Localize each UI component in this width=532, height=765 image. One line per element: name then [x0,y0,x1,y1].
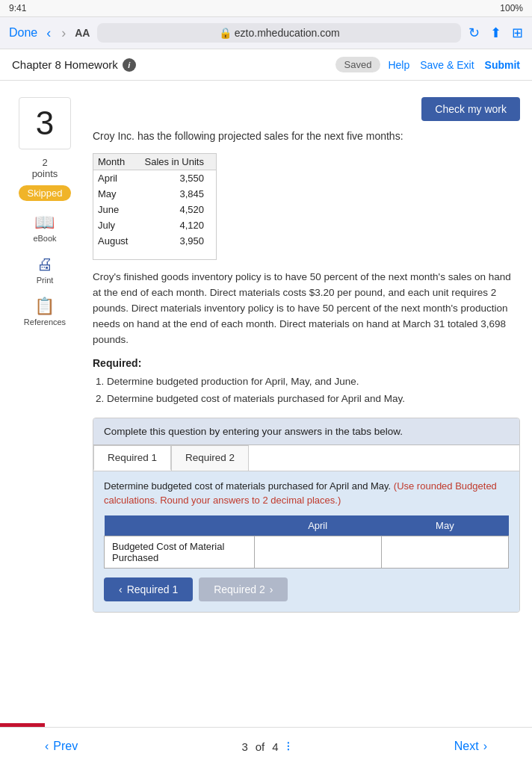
month-cell: July [93,217,140,233]
references-tool[interactable]: 📋 References [24,297,66,326]
status-bar: 9:41 100% [0,0,532,17]
units-cell: 3,550 [140,170,215,187]
print-label: Print [37,276,54,285]
check-my-work-button[interactable]: Check my work [421,97,520,121]
status-battery: 100% [500,3,523,13]
info-icon[interactable]: i [123,58,136,72]
data-table-header-may: May [381,515,508,536]
table-row: July4,120 [93,217,216,233]
month-cell: May [93,186,140,202]
page-indicator: 3 of 4 ⁝ [241,738,290,755]
nav-actions: Help Save & Exit Submit [388,59,520,71]
april-input-cell[interactable] [254,536,381,568]
data-table: April May Budgeted Cost of Material Purc… [104,515,509,569]
tab-desc-text: Determine budgeted cost of materials pur… [104,480,394,492]
tab-description: Determine budgeted cost of materials pur… [104,479,509,508]
chapter-title-text: Chapter 8 Homework [12,58,118,71]
table-row: April3,550 [93,170,216,187]
tab-required-1[interactable]: Required 1 [93,445,171,471]
refresh-button[interactable]: ↻ [468,25,480,41]
prev-chevron-icon: ‹ [45,740,49,753]
prev-label: Prev [53,740,78,753]
requirement-item: 2. Determine budgeted cost of materials … [96,391,520,407]
units-cell: 3,845 [140,186,215,202]
next-button[interactable]: Next › [454,740,487,753]
tab-content: Determine budgeted cost of materials pur… [93,471,519,612]
lock-icon: 🔒 [219,27,232,39]
done-button[interactable]: Done [9,26,37,40]
april-input[interactable] [262,546,374,557]
print-icon: 🖨 [37,255,53,274]
browser-back-button[interactable]: ‹ [45,25,52,41]
sales-table-header-month: Month [93,154,140,170]
ebook-label: eBook [33,234,56,243]
sales-table-header-units: Sales in Units [140,154,215,170]
required-1-nav-button[interactable]: ‹ Required 1 [104,577,193,601]
required-2-nav-label: Required 2 [214,583,265,595]
references-label: References [24,318,66,326]
required-2-nav-button[interactable]: Required 2 › [199,577,288,601]
points-label: points [32,168,58,179]
ebook-tool[interactable]: 📖 eBook [33,213,56,243]
tab-required-2[interactable]: Required 2 [171,445,249,471]
sidebar: 3 2 points Skipped 📖 eBook 🖨 Print 📋 Ref… [0,90,90,620]
submit-button[interactable]: Submit [485,59,520,71]
sales-table: Month Sales in Units April3,550May3,845J… [93,154,216,249]
tab-section: Complete this question by entering your … [93,418,520,613]
requirement-item: 1. Determine budgeted production for Apr… [96,374,520,390]
month-cell: April [93,170,140,187]
row-label: Budgeted Cost of Material Purchased [105,536,255,568]
page-total: 4 [272,740,278,753]
required-1-nav-chevron-left: ‹ [119,583,123,595]
table-row: June4,520 [93,202,216,217]
ebook-icon: 📖 [34,213,55,232]
tabs-row: Required 1 Required 2 [93,445,519,471]
sales-table-wrapper: Month Sales in Units April3,550May3,845J… [93,153,217,260]
url-text: ezto.mheducation.com [235,27,340,39]
saved-badge: Saved [335,57,381,72]
required-1-nav-label: Required 1 [127,583,179,595]
share-button[interactable]: ⬆ [490,25,501,41]
bottom-nav: ‹ Prev 3 of 4 ⁝ Next › [0,727,532,765]
may-input[interactable] [389,546,501,557]
may-input-cell[interactable] [381,536,508,568]
browser-forward-button[interactable]: › [60,25,67,41]
status-time: 9:41 [9,3,26,13]
question-area: Check my work Croy Inc. has the followin… [90,90,532,620]
prev-button[interactable]: ‹ Prev [45,740,78,753]
next-chevron-icon: › [483,740,487,753]
top-nav: Chapter 8 Homework i Saved Help Save & E… [0,49,532,81]
units-cell: 4,120 [140,217,215,233]
requirements-list: 1. Determine budgeted production for Apr… [93,374,520,407]
skipped-badge: Skipped [19,185,72,201]
table-row: August3,950 [93,233,216,249]
question-number: 3 [19,97,71,149]
units-cell: 4,520 [140,202,215,217]
table-row: May3,845 [93,186,216,202]
page-of: of [256,740,265,753]
save-exit-button[interactable]: Save & Exit [420,59,474,71]
sidebar-tools: 📖 eBook 🖨 Print 📋 References [4,213,85,326]
browser-bar: Done ‹ › AA 🔒 ezto.mheducation.com ↻ ⬆ ⊞ [0,17,532,49]
page-current: 3 [241,740,247,753]
points-value: 2 [42,157,47,168]
month-cell: August [93,233,140,249]
tab-instruction: Complete this question by entering your … [93,418,519,445]
tab-nav: ‹ Required 1 Required 2 › [104,577,509,601]
chapter-title: Chapter 8 Homework i [12,58,328,72]
required-heading: Required: [93,357,520,369]
points-info: 2 points [32,157,58,179]
bookmarks-button[interactable]: ⊞ [512,25,523,41]
grid-icon[interactable]: ⁝ [286,738,291,755]
data-table-header-april: April [254,515,381,536]
next-label: Next [454,740,479,753]
references-icon: 📋 [34,297,55,316]
question-intro: Croy Inc. has the following projected sa… [93,128,520,144]
required-2-nav-chevron-right: › [270,583,273,595]
print-tool[interactable]: 🖨 Print [37,255,54,285]
help-button[interactable]: Help [388,59,409,71]
browser-icons: ↻ ⬆ ⊞ [468,25,523,41]
url-bar: 🔒 ezto.mheducation.com [97,23,461,43]
units-cell: 3,950 [140,233,215,249]
aa-button[interactable]: AA [75,27,90,39]
